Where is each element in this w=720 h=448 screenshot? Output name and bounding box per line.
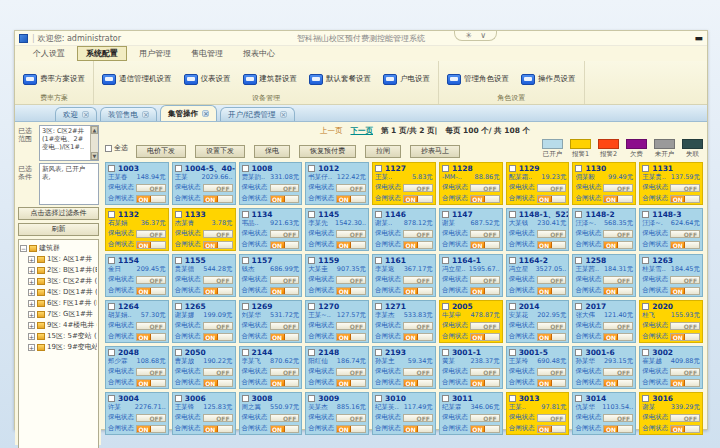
meter-card[interactable]: 1147谢某687.52元保电状态OFF合闸状态ON (439, 208, 503, 251)
card-checkbox[interactable] (375, 165, 382, 172)
meter-card[interactable]: 1263桂某雪..184.45元保电状态OFF合闸状态ON (639, 254, 703, 297)
card-checkbox[interactable] (442, 211, 449, 218)
meter-card[interactable]: 3006王某锋125.83元保电状态OFF合闸状态ON (172, 392, 236, 435)
meter-card[interactable]: 1269刘某华531.72元保电状态OFF合闸状态ON (239, 300, 303, 343)
refresh-button[interactable]: 刷新 (18, 223, 99, 236)
meter-card[interactable]: 1148-1、522大某钱230.41元保电状态OFF合闸状态ON (506, 208, 570, 251)
meter-card[interactable]: 3001-6孙某华293.15元保电状态OFF合闸状态ON (572, 346, 636, 389)
card-checkbox[interactable] (442, 395, 449, 402)
meter-card[interactable]: 1004-5、40-1王某2029.66..保电状态OFF合闸状态ON (172, 162, 236, 205)
card-checkbox[interactable] (509, 349, 516, 356)
card-checkbox[interactable] (642, 257, 649, 264)
meter-card[interactable]: 3001-5王某玲690.48元保电状态OFF合闸状态ON (506, 346, 570, 389)
action-button-电价下发[interactable]: 电价下发 (136, 145, 186, 158)
card-checkbox[interactable] (308, 211, 315, 218)
card-checkbox[interactable] (242, 349, 249, 356)
expand-icon[interactable]: + (28, 289, 35, 296)
card-checkbox[interactable] (308, 165, 315, 172)
meter-card[interactable]: 1264胡某娟..57.30元保电状态OFF合闸状态ON (105, 300, 169, 343)
meter-card[interactable]: 1271李某杰533.83元保电状态OFF合闸状态ON (372, 300, 436, 343)
tree-node[interactable]: +6区: F区1#井 (F区 (20, 298, 97, 309)
card-checkbox[interactable] (575, 165, 582, 172)
tree-node[interactable]: +15区: 5#变站 (3# (20, 331, 97, 342)
card-checkbox[interactable] (242, 303, 249, 310)
expand-icon[interactable]: + (28, 267, 35, 274)
card-checkbox[interactable] (442, 303, 449, 310)
meter-card[interactable]: 1146谢某..878.12元保电状态OFF合闸状态ON (372, 208, 436, 251)
meter-card[interactable]: 3009吴某杰885.16元保电状态OFF合闸状态ON (305, 392, 369, 435)
skin-controls[interactable]: ✳∨ (454, 31, 497, 41)
card-checkbox[interactable] (108, 257, 115, 264)
select-all-checkbox[interactable] (105, 145, 112, 152)
card-checkbox[interactable] (509, 395, 516, 402)
card-checkbox[interactable] (442, 257, 449, 264)
menu-item-售电管理[interactable]: 售电管理 (183, 47, 231, 60)
card-checkbox[interactable] (108, 303, 115, 310)
ribbon-button-管理角色设置[interactable]: 管理角色设置 (447, 74, 509, 85)
meter-card[interactable]: 1258王某茜..184.31元保电状态OFF合闸状态ON (572, 254, 636, 297)
card-checkbox[interactable] (642, 303, 649, 310)
card-checkbox[interactable] (375, 303, 382, 310)
meter-card[interactable]: 3008周之翼550.97元保电状态OFF合闸状态ON (239, 392, 303, 435)
meter-card[interactable]: 1134韦品..921.63元保电状态OFF合闸状态ON (239, 208, 303, 251)
ribbon-button-建筑群设置[interactable]: 建筑群设置 (243, 74, 298, 85)
meter-card[interactable]: 1129配某霜..19.23元保电状态OFF合闸状态ON (506, 162, 570, 205)
meter-card[interactable]: 1128-MM-..88.86元保电状态OFF合闸状态ON (439, 162, 503, 205)
tree-node[interactable]: +7区: G区1#井 (20, 309, 97, 320)
action-button-恢复预付费[interactable]: 恢复预付费 (299, 145, 356, 158)
card-checkbox[interactable] (108, 165, 115, 172)
meter-card[interactable]: 3014仇某华1103.54..保电状态OFF合闸状态ON (572, 392, 636, 435)
card-checkbox[interactable] (642, 165, 649, 172)
card-checkbox[interactable] (575, 257, 582, 264)
card-checkbox[interactable] (242, 395, 249, 402)
meter-card[interactable]: 1154金日209.45元保电状态OFF合闸状态ON (105, 254, 169, 297)
choose-filter-button[interactable]: 点击选择过滤条件 (18, 207, 99, 220)
meter-card[interactable]: 1127王某..5.83元保电状态OFF合闸状态ON (372, 162, 436, 205)
meter-card[interactable]: 1133杰某青3.78元保电状态OFF合闸状态ON (172, 208, 236, 251)
meter-card[interactable]: 3013王某..97.81元保电状态OFF合闸状态ON (506, 392, 570, 435)
action-button-抄表马上[interactable]: 抄表马上 (410, 145, 460, 158)
card-checkbox[interactable] (108, 211, 115, 218)
meter-card[interactable]: 3016谢某339.29元保电状态OFF合闸状态ON (639, 392, 703, 435)
tree-node[interactable]: +3区: C区2#井 (1# (20, 276, 97, 287)
meter-card[interactable]: 1164-1冯立星..1595.67..保电状态OFF合闸状态ON (439, 254, 503, 297)
meter-card[interactable]: 3004许某2276.71..保电状态OFF合闸状态ON (105, 392, 169, 435)
ribbon-button-默认套餐设置[interactable]: 默认套餐设置 (309, 74, 371, 85)
card-checkbox[interactable] (308, 349, 315, 356)
card-checkbox[interactable] (175, 349, 182, 356)
ribbon-button-操作员设置[interactable]: 操作员设置 (521, 74, 576, 85)
meter-card[interactable]: 1164-2冯立星3527.05..保电状态OFF合闸状态ON (506, 254, 570, 297)
tree-root[interactable]: −建筑群 (20, 243, 97, 254)
card-checkbox[interactable] (642, 395, 649, 402)
meter-card[interactable]: 2020桂飞155.93元保电状态OFF合闸状态ON (639, 300, 703, 343)
meter-card[interactable]: 1131王某贵..137.59元保电状态OFF合闸状态ON (639, 162, 703, 205)
card-checkbox[interactable] (308, 257, 315, 264)
meter-card[interactable]: 3001-1黄某238.37元保电状态OFF合闸状态ON (439, 346, 503, 389)
card-checkbox[interactable] (242, 165, 249, 172)
meter-card[interactable]: 3002崔某越409.88元保电状态OFF合闸状态ON (639, 346, 703, 389)
meter-card[interactable]: 1148-3汪泽~.624.64元保电状态OFF合闸状态ON (639, 208, 703, 251)
next-page-link[interactable]: 下一页 (351, 126, 374, 136)
selected-condition-listbox[interactable]: 新风表, 已开户表, (39, 163, 99, 205)
tab-开户/纪费管理[interactable]: 开户/纪费管理× (220, 107, 295, 121)
scroll-up-icon[interactable]: ▲ (91, 126, 98, 134)
meter-card[interactable]: 2193孙某主59.34元保电状态OFF合闸状态ON (372, 346, 436, 389)
tab-close-icon[interactable]: × (142, 111, 149, 118)
expand-icon[interactable]: + (28, 300, 35, 307)
ribbon-button-户电设置[interactable]: 户电设置 (383, 74, 430, 85)
card-checkbox[interactable] (509, 303, 516, 310)
action-button-设置下发[interactable]: 设置下发 (195, 145, 245, 158)
tab-装管售电[interactable]: 装管售电× (100, 107, 157, 121)
meter-card[interactable]: 1157钱杰686.99元保电状态OFF合闸状态ON (239, 254, 303, 297)
meter-card[interactable]: 3010纪某英..117.49元保电状态OFF合闸状态ON (372, 392, 436, 435)
card-checkbox[interactable] (509, 211, 516, 218)
card-checkbox[interactable] (175, 211, 182, 218)
listbox-scrollbar[interactable]: ▲ ▼ (90, 126, 98, 160)
minimize-button[interactable]: ▬ (694, 32, 703, 44)
skin-icon[interactable]: ✳ (465, 31, 472, 40)
card-checkbox[interactable] (242, 211, 249, 218)
card-checkbox[interactable] (575, 349, 582, 356)
selected-range-listbox[interactable]: ▲ ▼ 3区: C区2#井(1#变电、2#变电..)/区1#.. (39, 125, 99, 161)
meter-card[interactable]: 1159大某圭907.35元保电状态OFF合闸状态ON (305, 254, 369, 297)
expand-icon[interactable]: + (28, 333, 35, 340)
